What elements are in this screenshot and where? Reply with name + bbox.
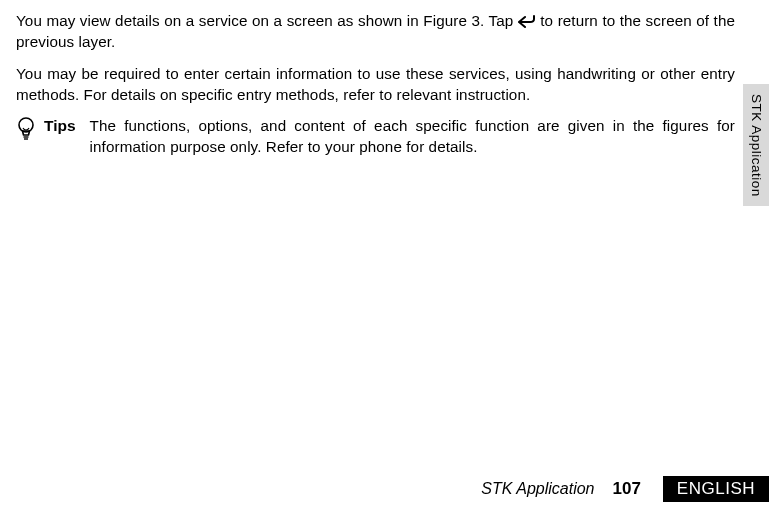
tips-text: The functions, options, and content of e… xyxy=(90,115,735,158)
side-tab: STK Application xyxy=(743,84,769,206)
lightbulb-icon xyxy=(16,117,36,141)
page-content: You may view details on a service on a s… xyxy=(0,0,783,158)
side-tab-label: STK Application xyxy=(749,94,764,197)
footer-language-badge: ENGLISH xyxy=(663,476,769,502)
para1-text-a: You may view details on a service on a s… xyxy=(16,12,518,29)
paragraph-1: You may view details on a service on a s… xyxy=(16,10,735,53)
page-footer: STK Application 107 ENGLISH xyxy=(0,476,783,502)
tips-block: Tips The functions, options, and content… xyxy=(16,115,735,158)
paragraph-2: You may be required to enter certain inf… xyxy=(16,63,735,106)
footer-page-number: 107 xyxy=(612,479,640,499)
footer-section-title: STK Application xyxy=(481,480,594,498)
tips-label: Tips xyxy=(44,117,76,135)
back-arrow-icon xyxy=(518,15,536,29)
